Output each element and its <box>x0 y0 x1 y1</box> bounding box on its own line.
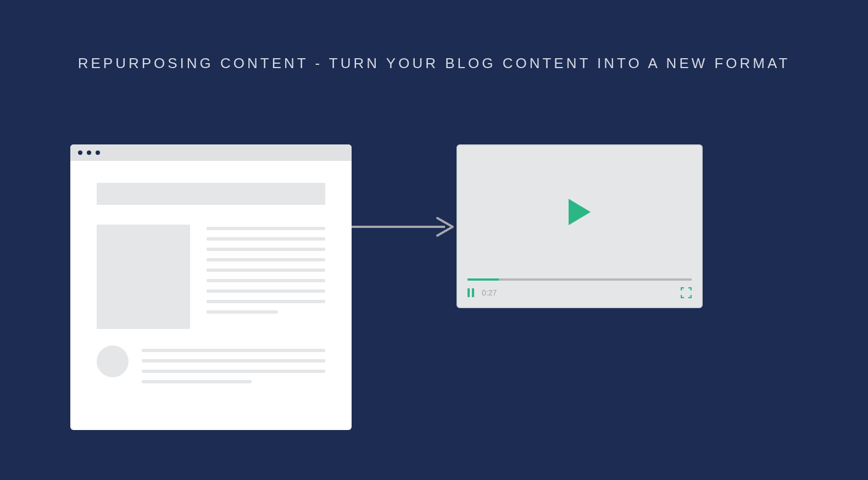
page-title: REPURPOSING CONTENT - TURN YOUR BLOG CON… <box>0 55 868 72</box>
placeholder-line <box>142 370 325 373</box>
placeholder-heading <box>97 183 325 205</box>
video-player: 0:27 <box>457 144 703 308</box>
blog-window <box>70 144 352 430</box>
blog-row <box>97 225 325 329</box>
play-icon <box>569 199 591 225</box>
window-dot-icon <box>78 150 82 155</box>
placeholder-line <box>142 380 252 383</box>
placeholder-line <box>207 269 325 272</box>
placeholder-lines <box>207 225 325 329</box>
placeholder-line <box>207 248 325 251</box>
placeholder-line <box>207 227 325 230</box>
placeholder-line <box>142 349 325 352</box>
placeholder-line <box>142 359 325 362</box>
video-controls: 0:27 <box>458 278 702 307</box>
placeholder-line <box>207 258 325 261</box>
placeholder-line <box>207 237 325 241</box>
placeholder-image <box>97 225 190 329</box>
placeholder-avatar <box>97 345 129 377</box>
window-dot-icon <box>96 150 100 155</box>
placeholder-line <box>207 310 278 314</box>
video-time: 0:27 <box>482 288 497 297</box>
placeholder-lines <box>142 345 325 383</box>
window-titlebar <box>70 144 352 161</box>
window-dot-icon <box>87 150 91 155</box>
placeholder-line <box>207 279 325 282</box>
blog-row <box>97 345 325 383</box>
arrow-icon <box>352 216 456 238</box>
fullscreen-icon <box>681 287 692 298</box>
progress-bar <box>468 278 692 281</box>
placeholder-line <box>207 300 325 303</box>
video-stage <box>458 146 702 278</box>
progress-fill <box>468 278 499 281</box>
controls-row: 0:27 <box>468 287 692 298</box>
blog-body <box>70 161 352 383</box>
pause-icon <box>468 288 474 297</box>
placeholder-line <box>207 289 325 293</box>
